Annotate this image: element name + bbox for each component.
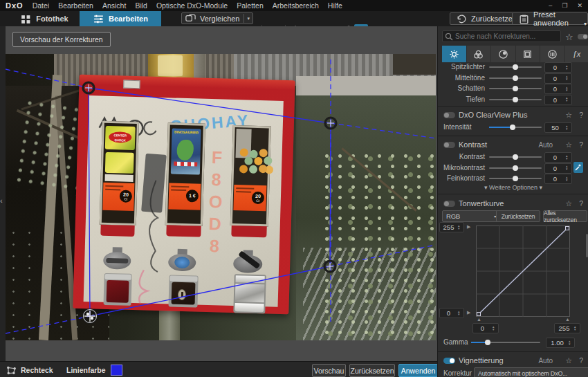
compare-dropdown-icon[interactable]: ▾	[248, 16, 250, 21]
vignettierung-auto[interactable]: Auto	[538, 357, 553, 365]
spitzlichter-value[interactable]: 0▲▼	[544, 62, 572, 73]
tab-bearbeiten[interactable]: Bearbeiten	[80, 11, 161, 26]
menu-optische-module[interactable]: Optische DxO-Module	[156, 1, 228, 10]
apply-preset-button[interactable]: Preset anwenden	[512, 12, 588, 25]
palette-tab-geometrie[interactable]	[516, 46, 541, 62]
fx-icon: ƒx	[573, 50, 581, 58]
line-color-swatch[interactable]	[111, 365, 122, 376]
intensitaet-slider[interactable]	[489, 127, 542, 128]
search-input[interactable]	[442, 30, 561, 42]
korrektur-label: Korrektur	[443, 369, 472, 377]
gamma-slider[interactable]	[471, 342, 540, 343]
clearview-help-icon[interactable]: ?	[579, 111, 583, 119]
schatten-value[interactable]: 0▲▼	[544, 84, 572, 94]
perspective-overlay[interactable]	[6, 54, 436, 340]
curve-white-marker[interactable]: ▶	[467, 224, 470, 229]
more-options-link[interactable]: ▾ Weitere Optionen ▾	[438, 184, 588, 191]
compare-button[interactable]: Vergleichen ▾	[181, 12, 253, 24]
curve-input-black-marker[interactable]: ▲	[477, 317, 481, 322]
compare-label: Vergleichen	[200, 15, 240, 23]
apply-button[interactable]: Anwenden	[398, 364, 438, 377]
compare-icon	[185, 13, 196, 24]
magic-wand-icon[interactable]	[573, 162, 583, 173]
kontrast-help-icon[interactable]: ?	[579, 140, 583, 149]
vignettierung-star-icon[interactable]: ☆	[565, 356, 572, 365]
tone-curve-graph[interactable]	[476, 226, 570, 317]
rectangle-tool-label: Rechteck	[21, 366, 53, 374]
kontrast-slider[interactable]	[489, 156, 542, 158]
minimize-icon[interactable]: –	[549, 2, 552, 9]
preview-button[interactable]: Vorschau	[312, 364, 346, 377]
mikrokontrast-value[interactable]: 0▲▼	[544, 163, 572, 174]
vignettierung-help-icon[interactable]: ?	[579, 356, 583, 365]
tonwertkurve-toggle[interactable]	[443, 201, 455, 207]
mitteltoene-slider[interactable]	[489, 77, 542, 79]
reset-corrections-button[interactable]: Zurücksetzen	[349, 364, 395, 377]
palette-tab-farbe[interactable]	[467, 46, 492, 62]
favorites-star-icon[interactable]: ☆	[565, 32, 573, 42]
photo-canvas[interactable]: CHOHAY F8OD8 CENTER SHOCK	[6, 54, 436, 340]
tiefen-value[interactable]: 0▲▼	[544, 95, 572, 105]
kontrast-value[interactable]: 0▲▼	[544, 152, 572, 163]
slider-row-tiefen: Tiefen 0▲▼	[438, 95, 588, 104]
panel-filter-toggle[interactable]	[578, 34, 588, 39]
top-toolbar: Fotothek Bearbeiten Vergleichen ▾ Zurück…	[0, 11, 588, 27]
mikrokontrast-slider[interactable]	[489, 167, 542, 169]
curve-reset-all-button[interactable]: Alles zurücksetzen	[543, 210, 587, 222]
palette-tab-licht[interactable]	[442, 46, 467, 62]
tiefen-slider[interactable]	[489, 99, 542, 100]
clearview-star-icon[interactable]: ☆	[565, 111, 572, 120]
curve-output-min[interactable]: 0▲▼	[439, 308, 464, 318]
perspective-handle-top-right[interactable]	[325, 118, 336, 129]
korrektur-dropdown[interactable]: Automatisch mit optischem DxO...▾	[474, 367, 588, 377]
kontrast-star-icon[interactable]: ☆	[565, 140, 572, 149]
slider-label: Mikrokontrast	[438, 164, 485, 172]
preview-corrections-button[interactable]: Vorschau der Korrekturen	[12, 32, 111, 47]
palette-tab-effekte[interactable]: ƒx	[565, 46, 588, 62]
menu-bild[interactable]: Bild	[135, 1, 147, 10]
spitzlichter-slider[interactable]	[489, 66, 542, 68]
curve-output-max[interactable]: 255▲▼	[439, 222, 464, 232]
menu-ansicht[interactable]: Ansicht	[102, 1, 126, 10]
close-icon[interactable]: ✕	[577, 2, 582, 9]
intensitaet-value[interactable]: 50▲▼	[544, 122, 572, 133]
perspective-handle-bottom-left[interactable]	[84, 310, 97, 323]
feinkontrast-value[interactable]: 0▲▼	[544, 174, 572, 184]
mitteltoene-value[interactable]: 0▲▼	[544, 73, 572, 84]
clearview-toggle[interactable]	[443, 112, 455, 118]
menu-datei[interactable]: Datei	[33, 1, 50, 10]
tonwertkurve-star-icon[interactable]: ☆	[565, 199, 572, 208]
palette-tab-detail[interactable]	[491, 46, 516, 62]
menu-paletten[interactable]: Paletten	[237, 1, 264, 10]
palette-tab-lokale-anpassungen[interactable]	[540, 46, 565, 62]
menu-hilfe[interactable]: Hilfe	[328, 1, 342, 10]
menu-bearbeiten[interactable]: Bearbeiten	[58, 1, 93, 10]
left-panel-collapsed: ‹	[0, 26, 6, 361]
perspective-lines[interactable]	[6, 59, 436, 333]
schatten-slider[interactable]	[489, 88, 542, 89]
kontrast-toggle[interactable]	[443, 142, 455, 148]
slider-row-mitteltoene: Mitteltöne 0▲▼	[438, 73, 588, 83]
perspective-handle-top-left[interactable]	[83, 82, 94, 93]
restore-icon[interactable]: ❐	[562, 2, 567, 9]
tab-fotothek[interactable]: Fotothek	[10, 11, 79, 26]
vignettierung-toggle[interactable]	[443, 358, 455, 364]
curve-point-white[interactable]	[566, 227, 569, 230]
curve-black-marker[interactable]: ▶	[467, 310, 470, 315]
feinkontrast-slider[interactable]	[489, 178, 542, 179]
curve-input-white-marker[interactable]: ▲	[565, 317, 570, 322]
menu-arbeitsbereich[interactable]: Arbeitsbereich	[273, 1, 319, 10]
curve-input-max[interactable]: 255▲▼	[554, 323, 580, 333]
slider-label: Tiefen	[438, 95, 485, 103]
slider-row-gamma: Gamma 1.00▲▼	[438, 338, 588, 347]
curve-point-black[interactable]	[477, 313, 481, 316]
perspective-handle-bottom-right[interactable]	[324, 261, 336, 272]
gamma-value[interactable]: 1.00▲▼	[546, 338, 575, 348]
curve-reset-button[interactable]: Zurücksetzen	[496, 210, 540, 222]
curve-channel-dropdown[interactable]: RGB▾	[442, 210, 500, 222]
curve-input-min[interactable]: 0▲▼	[472, 323, 499, 333]
line-color-label: Linienfarbe	[66, 366, 106, 374]
tonwertkurve-help-icon[interactable]: ?	[579, 199, 583, 208]
expand-left-panel-icon[interactable]: ‹	[0, 196, 3, 205]
kontrast-auto[interactable]: Auto	[538, 141, 553, 149]
